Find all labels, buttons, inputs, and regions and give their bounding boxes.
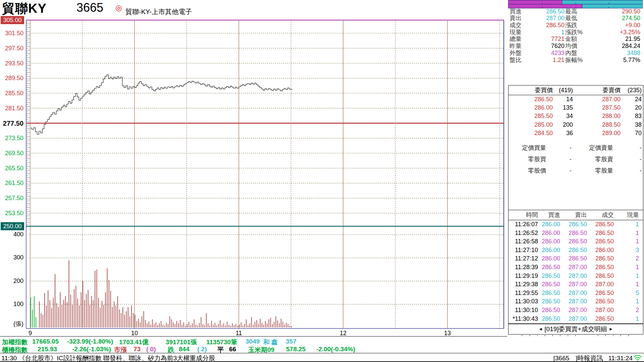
quote-label: 漲跌% bbox=[565, 29, 595, 36]
quote-value: 290.50 bbox=[595, 8, 640, 15]
page-dot[interactable] bbox=[575, 335, 576, 336]
trade-price: 286.50 bbox=[587, 220, 614, 229]
ask-qty: 70 bbox=[621, 129, 642, 137]
ask-qty: 38 bbox=[621, 121, 642, 129]
bid-price-header: 委買價 bbox=[508, 85, 553, 95]
ask-price[interactable]: 288.50 bbox=[573, 121, 621, 129]
bid-qty: 34 bbox=[553, 112, 573, 120]
trade-volume: 2 bbox=[614, 254, 639, 263]
trade-volume: 1 bbox=[614, 229, 639, 238]
tab-label[interactable]: [019]委買賣+成交明細 bbox=[544, 325, 607, 333]
index-ticker-line-2: 櫃檯指數215.93-2.26(-1.03%)市漲73( 0)跌844( 2)平… bbox=[0, 346, 507, 353]
stock-quote-window: 貿聯KY 3665 ◎ 貿聯-KY-上市其他電子 305.00 250.00 3… bbox=[0, 0, 644, 362]
time-sales-row: 11:27:10286.00286.50286.003 bbox=[508, 246, 643, 255]
bid-price[interactable]: 286.00 bbox=[508, 104, 553, 112]
order-book: 委買價 (419) 委賣價 (235) 286.5014287.0024286.… bbox=[508, 85, 643, 212]
quote-label: 最低 bbox=[565, 15, 595, 22]
ask-price[interactable]: 288.00 bbox=[573, 112, 621, 120]
ask-qty: 83 bbox=[621, 112, 642, 120]
fixed-price-value: - bbox=[546, 165, 572, 176]
trade-ask: 286.50 bbox=[560, 220, 587, 229]
ticker-segment: 844 bbox=[179, 346, 190, 353]
fixed-price-value: - bbox=[613, 142, 642, 154]
quote-label: 賣出 bbox=[509, 15, 530, 22]
order-book-row: 286.5014287.0024 bbox=[508, 95, 643, 104]
page-dot[interactable] bbox=[628, 335, 629, 336]
quote-label: 內盤 bbox=[565, 50, 595, 57]
page-dot[interactable] bbox=[552, 335, 553, 336]
quote-summary-grid: 開盤276.00昨收277.50買進286.50最高290.50賣出287.00… bbox=[509, 1, 643, 63]
page-dot[interactable] bbox=[537, 335, 538, 336]
page-dot[interactable] bbox=[605, 335, 606, 336]
fixed-price-value: - bbox=[546, 154, 572, 165]
trade-time: 11:28:39 bbox=[508, 263, 538, 272]
trade-time: 11:29:38 bbox=[508, 280, 538, 289]
fixed-price-value: - bbox=[546, 142, 572, 154]
ask-price[interactable]: 287.00 bbox=[573, 95, 621, 104]
page-dot[interactable] bbox=[522, 335, 523, 336]
bid-price[interactable]: 286.50 bbox=[508, 95, 553, 104]
trade-ask: 286.50 bbox=[560, 237, 587, 246]
news-ticker[interactable]: 11:30 《台北股市》IC設計報酬指數 聯發科、聯詠、矽力為前3大權重成分股 bbox=[1, 354, 215, 362]
intraday-chart bbox=[0, 0, 507, 338]
trade-bid: 286.00 bbox=[538, 237, 560, 246]
page-dot[interactable] bbox=[560, 335, 561, 336]
tab-switcher[interactable]: ◄ [019]委買賣+成交明細 ► bbox=[508, 324, 643, 335]
quote-value: 287.00 bbox=[530, 15, 565, 22]
order-book-row: 284.5036289.0070 bbox=[508, 129, 643, 137]
fixed-price-row: 零股買-零股賣- bbox=[508, 154, 643, 165]
index-ticker-line-1: 加權指數17665.05-323.99(-1.80%)1703.41億39171… bbox=[0, 338, 507, 345]
trade-price: 286.50 bbox=[587, 263, 614, 272]
trade-bid: 286.50 bbox=[538, 315, 560, 323]
quote-value: 284.24 bbox=[595, 43, 640, 50]
page-dot[interactable] bbox=[544, 335, 545, 336]
price-tick-label: 265.50 bbox=[0, 165, 23, 172]
time-sales-col-header: 成交 bbox=[587, 210, 614, 220]
trade-volume: 1 bbox=[614, 315, 639, 323]
fixed-price-odd-lot-table: 定價買量-定價賣量-零股買-零股賣-零股價-零股量- bbox=[508, 142, 643, 176]
page-dot[interactable] bbox=[613, 335, 614, 336]
page-dot[interactable] bbox=[568, 335, 569, 336]
order-book-header: 委買價 (419) 委賣價 (235) bbox=[508, 85, 643, 95]
ticker-segment: -2.00(-0.34%) bbox=[316, 346, 355, 353]
ask-price[interactable]: 289.00 bbox=[573, 129, 621, 137]
quote-label: 現量 bbox=[509, 29, 530, 36]
fixed-price-label: 定價買量 bbox=[508, 142, 546, 154]
price-tick-label: 297.50 bbox=[0, 45, 23, 52]
ask-price[interactable]: 287.50 bbox=[573, 104, 621, 112]
pagination-dots[interactable] bbox=[522, 335, 629, 336]
trade-price: 286.50 bbox=[587, 229, 614, 238]
quote-value: 5.77% bbox=[595, 57, 640, 64]
order-book-row: 285.00200288.5038 bbox=[508, 121, 643, 129]
quote-value: 274.50 bbox=[595, 15, 640, 22]
next-tab-arrow-icon[interactable]: ► bbox=[609, 326, 613, 331]
trade-ask: 286.50 bbox=[560, 254, 587, 263]
page-dot[interactable] bbox=[597, 335, 598, 336]
bid-price[interactable]: 285.50 bbox=[508, 112, 553, 120]
price-tick-label: 285.50 bbox=[0, 89, 23, 97]
quote-label: 成交 bbox=[509, 22, 530, 29]
wifi-signal-icon bbox=[633, 354, 642, 361]
trade-ask: 287.00 bbox=[560, 315, 587, 323]
ticker-segment: 66 bbox=[229, 346, 236, 353]
ticker-segment: 73 bbox=[133, 346, 141, 353]
trade-price: 287.00 bbox=[587, 306, 614, 315]
page-dot[interactable] bbox=[529, 335, 530, 336]
quote-label: 金額 bbox=[565, 36, 595, 43]
bid-price[interactable]: 285.00 bbox=[508, 121, 553, 129]
prev-tab-arrow-icon[interactable]: ◄ bbox=[538, 326, 543, 331]
price-tick-label: 277.50 bbox=[0, 120, 23, 127]
trade-time: 11:26:58 bbox=[508, 237, 538, 246]
quote-value: 7721 bbox=[530, 36, 565, 43]
trade-volume: 5 bbox=[614, 289, 639, 298]
quote-value: 3488 bbox=[595, 50, 640, 57]
quote-label: 買進 bbox=[509, 8, 530, 15]
quote-row: 外盤4233內盤3488 bbox=[509, 50, 643, 57]
volume-tick-label: 100 bbox=[0, 301, 23, 308]
price-tick-label: 269.50 bbox=[0, 149, 23, 157]
bid-price[interactable]: 284.50 bbox=[508, 129, 553, 137]
trade-volume: 1 bbox=[614, 220, 639, 229]
time-sales-row: 11:27:12286.00286.50286.502 bbox=[508, 254, 643, 263]
price-tick-label: 273.50 bbox=[0, 134, 23, 142]
page-dot[interactable] bbox=[620, 335, 621, 336]
